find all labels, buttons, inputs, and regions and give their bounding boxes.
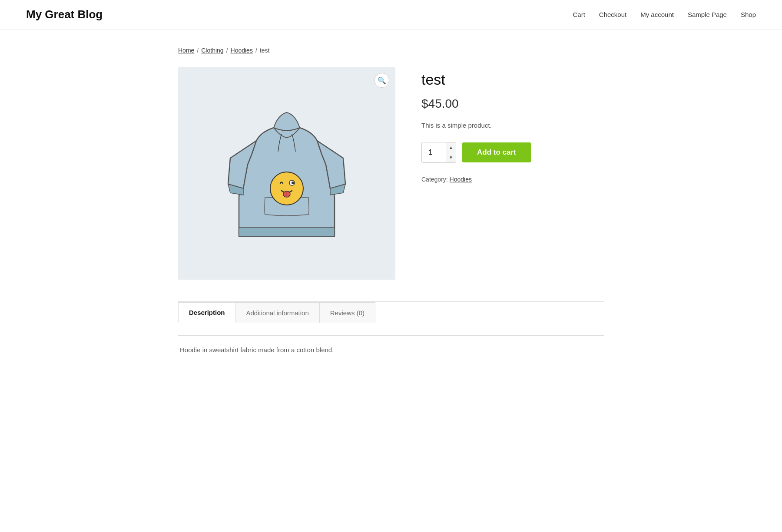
product-title: test — [421, 71, 604, 88]
zoom-icon: 🔍 — [378, 76, 386, 85]
nav-sample-page[interactable]: Sample Page — [688, 11, 727, 18]
breadcrumb-current: test — [260, 47, 270, 54]
tab-description[interactable]: Description — [178, 302, 236, 323]
svg-point-2 — [292, 182, 294, 184]
site-header: My Great Blog Cart Checkout My account S… — [0, 0, 782, 30]
breadcrumb-clothing[interactable]: Clothing — [201, 47, 223, 54]
site-title[interactable]: My Great Blog — [26, 8, 103, 21]
main-content: Home / Clothing / Hoodies / test 🔍 — [152, 30, 630, 382]
category-label: Category: — [421, 176, 448, 183]
nav-cart[interactable]: Cart — [573, 11, 585, 18]
nav-shop[interactable]: Shop — [741, 11, 756, 18]
breadcrumb: Home / Clothing / Hoodies / test — [178, 47, 604, 54]
description-text: Hoodie in sweatshirt fabric made from a … — [180, 344, 602, 356]
quantity-input-wrap: ▲ ▼ — [421, 142, 456, 163]
product-description: This is a simple product. — [421, 120, 604, 131]
quantity-input[interactable] — [422, 142, 446, 162]
tab-reviews[interactable]: Reviews (0) — [319, 302, 375, 323]
breadcrumb-home[interactable]: Home — [178, 47, 194, 54]
product-image-container: 🔍 — [178, 67, 395, 280]
category-link[interactable]: Hoodies — [450, 176, 472, 183]
add-to-cart-button[interactable]: Add to cart — [462, 142, 531, 162]
breadcrumb-sep-3: / — [255, 47, 257, 54]
product-details: test $45.00 This is a simple product. ▲ … — [421, 67, 604, 280]
nav-checkout[interactable]: Checkout — [599, 11, 626, 18]
product-image — [217, 93, 356, 254]
product-layout: 🔍 — [178, 67, 604, 280]
tabs-nav: Description Additional information Revie… — [178, 302, 604, 322]
quantity-down[interactable]: ▼ — [446, 152, 456, 162]
tab-content-description: Hoodie in sweatshirt fabric made from a … — [178, 335, 604, 364]
breadcrumb-sep-1: / — [197, 47, 199, 54]
quantity-spinners: ▲ ▼ — [446, 142, 456, 162]
product-price: $45.00 — [421, 97, 604, 111]
nav-my-account[interactable]: My account — [640, 11, 674, 18]
zoom-button[interactable]: 🔍 — [374, 73, 389, 88]
main-nav: Cart Checkout My account Sample Page Sho… — [573, 11, 756, 18]
breadcrumb-sep-2: / — [226, 47, 228, 54]
quantity-up[interactable]: ▲ — [446, 142, 456, 152]
product-category: Category: Hoodies — [421, 176, 604, 183]
add-to-cart-row: ▲ ▼ Add to cart — [421, 142, 604, 163]
tab-additional-information[interactable]: Additional information — [235, 302, 320, 323]
svg-point-0 — [270, 172, 303, 205]
breadcrumb-hoodies[interactable]: Hoodies — [231, 47, 253, 54]
product-tabs: Description Additional information Revie… — [178, 301, 604, 364]
